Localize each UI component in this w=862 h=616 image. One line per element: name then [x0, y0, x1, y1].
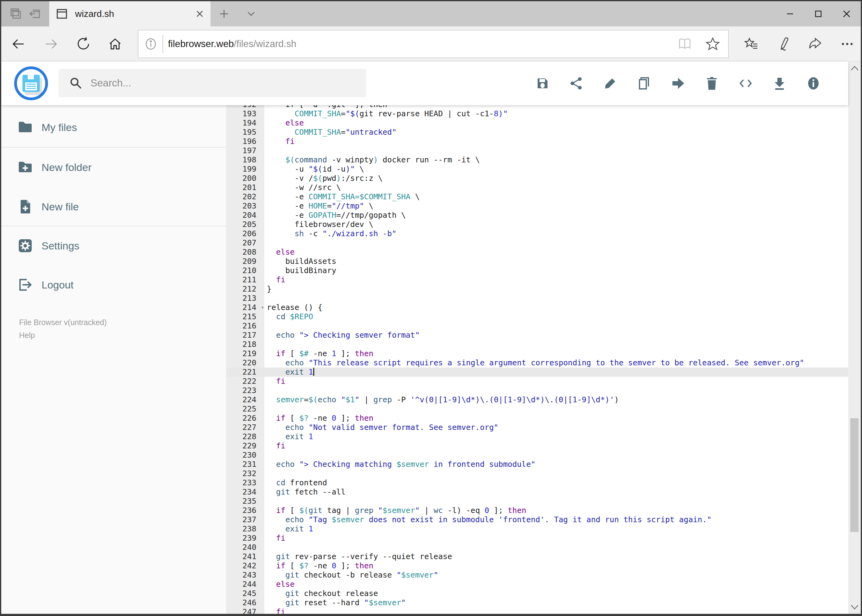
delete-button[interactable]: [705, 76, 719, 90]
code-line-231[interactable]: 231 echo "> Checking matching $semver in…: [226, 460, 848, 469]
code-line-240[interactable]: 240: [226, 543, 848, 552]
code-line-220[interactable]: 220 echo "This release script requires a…: [226, 358, 848, 368]
code-line-218[interactable]: 218: [226, 340, 848, 349]
rename-button[interactable]: [603, 76, 617, 90]
code-line-236[interactable]: 236 if [ $(git tag | grep "$semver" | wc…: [226, 506, 848, 515]
code-line-227[interactable]: 227 echo "Not valid semver format. See s…: [226, 423, 848, 432]
new-tab-button[interactable]: [212, 1, 236, 27]
code-line-213[interactable]: 213: [226, 294, 848, 303]
code-line-201[interactable]: 201 -w //src \: [226, 183, 848, 192]
code-line-230[interactable]: 230: [226, 451, 848, 460]
sidebar-item-new-folder[interactable]: New folder: [1, 152, 226, 182]
help-link[interactable]: Help: [19, 329, 107, 342]
annotate-pen-icon[interactable]: [776, 36, 791, 51]
favorite-star-icon[interactable]: [705, 36, 720, 51]
code-line-244[interactable]: 244 else: [226, 580, 848, 589]
code-line-226[interactable]: 226 if [ $? -ne 0 ]; then: [226, 414, 848, 423]
refresh-button[interactable]: [71, 27, 96, 61]
info-button[interactable]: [806, 76, 821, 90]
browser-tab[interactable]: wizard.sh: [49, 1, 211, 27]
code-line-217[interactable]: 217 echo "> Checking semver format": [226, 331, 848, 340]
code-line-222[interactable]: 222 fi: [226, 377, 848, 386]
scroll-up-icon[interactable]: [848, 61, 861, 75]
download-button[interactable]: [772, 76, 786, 90]
sidebar-item-my-files[interactable]: My files: [1, 113, 226, 142]
code-line-210[interactable]: 210 buildBinary: [226, 266, 848, 275]
code-line-193[interactable]: 193 COMMIT_SHA="$(git rev-parse HEAD | c…: [226, 109, 848, 118]
reading-view-icon[interactable]: [678, 37, 692, 51]
code-line-206[interactable]: 206 sh -c "./wizard.sh -b": [226, 229, 848, 238]
code-line-216[interactable]: 216: [226, 321, 848, 331]
tab-close-icon[interactable]: [196, 10, 204, 18]
search-input[interactable]: [90, 77, 337, 89]
code-line-203[interactable]: 203 -e HOME="//tmp" \: [226, 201, 848, 211]
copy-button[interactable]: [637, 76, 651, 90]
code-line-228[interactable]: 228 exit 1: [226, 432, 848, 441]
code-line-214[interactable]: 214▾release () {: [226, 303, 848, 312]
window-minimize-button[interactable]: [776, 1, 804, 27]
sidebar-item-settings[interactable]: Settings: [1, 231, 226, 261]
code-line-224[interactable]: 224 semver=$(echo "$1" | grep -P '^v(0|[…: [226, 395, 848, 404]
save-button[interactable]: [536, 76, 550, 90]
site-info-icon[interactable]: [144, 37, 158, 51]
sidebar-item-logout[interactable]: Logout: [1, 270, 226, 300]
home-button[interactable]: [103, 27, 128, 61]
search-bar[interactable]: [58, 69, 366, 97]
code-line-232[interactable]: 232: [226, 469, 848, 478]
window-close-button[interactable]: [832, 1, 861, 27]
url-text[interactable]: filebrowser.web/files/wizard.sh: [168, 38, 678, 50]
fold-arrow-icon[interactable]: ▾: [258, 303, 267, 312]
code-line-234[interactable]: 234 git fetch --all: [226, 487, 848, 497]
code-line-219[interactable]: 219 if [ $# -ne 1 ]; then: [226, 349, 848, 358]
code-line-239[interactable]: 239 fi: [226, 534, 848, 543]
forward-button[interactable]: [39, 27, 63, 61]
code-line-198[interactable]: 198 $(command -v winpty) docker run --rm…: [226, 155, 848, 165]
window-maximize-button[interactable]: [804, 1, 832, 27]
move-button[interactable]: [671, 76, 685, 90]
code-line-235[interactable]: 235: [226, 497, 848, 506]
address-bar[interactable]: filebrowser.web/files/wizard.sh: [138, 30, 729, 58]
code-line-225[interactable]: 225: [226, 404, 848, 414]
code-line-212[interactable]: 212}: [226, 284, 848, 294]
tab-preview-icon[interactable]: [9, 7, 22, 20]
back-button[interactable]: [6, 27, 31, 61]
code-line-205[interactable]: 205 filebrowser/dev \: [226, 220, 848, 229]
share-page-icon[interactable]: [808, 36, 823, 51]
code-line-192[interactable]: 192 if [ -d ".git" ]; then: [226, 105, 848, 109]
code-line-229[interactable]: 229 fi: [226, 441, 848, 451]
page-scrollbar[interactable]: [848, 61, 861, 614]
set-tabs-aside-icon[interactable]: [28, 7, 42, 20]
code-line-245[interactable]: 245 git checkout release: [226, 589, 848, 598]
code-line-199[interactable]: 199 -u "$(id -u)" \: [226, 165, 848, 174]
code-line-196[interactable]: 196 fi: [226, 137, 848, 146]
code-line-215[interactable]: 215 cd $REPO: [226, 312, 848, 321]
scroll-down-icon[interactable]: [848, 600, 861, 614]
code-line-223[interactable]: 223: [226, 386, 848, 395]
code-line-200[interactable]: 200 -v /$(pwd):/src:z \: [226, 174, 848, 183]
share-button[interactable]: [569, 76, 583, 90]
code-line-202[interactable]: 202 -e COMMIT_SHA=$COMMIT_SHA \: [226, 192, 848, 201]
scrollbar-thumb[interactable]: [850, 418, 859, 532]
code-line-208[interactable]: 208 else: [226, 248, 848, 257]
code-line-233[interactable]: 233 cd frontend: [226, 478, 848, 487]
code-line-246[interactable]: 246 git reset --hard "$semver": [226, 598, 848, 607]
code-line-204[interactable]: 204 -e GOPATH=//tmp/gopath \: [226, 211, 848, 220]
filebrowser-logo[interactable]: [14, 66, 48, 100]
code-line-207[interactable]: 207: [226, 238, 848, 248]
code-line-241[interactable]: 241 git rev-parse --verify --quiet relea…: [226, 552, 848, 561]
code-line-194[interactable]: 194 else: [226, 118, 848, 127]
more-menu-icon[interactable]: [840, 36, 855, 51]
sidebar-item-new-file[interactable]: New file: [1, 192, 226, 222]
code-line-247[interactable]: 247 fi: [226, 607, 848, 614]
code-line-197[interactable]: 197: [226, 146, 848, 155]
code-line-221[interactable]: 221 exit 1: [226, 368, 848, 377]
code-line-237[interactable]: 237 echo "Tag $semver does not exist in …: [226, 515, 848, 524]
source-code-button[interactable]: [739, 76, 753, 90]
code-line-195[interactable]: 195 COMMIT_SHA="untracked": [226, 127, 848, 137]
code-line-238[interactable]: 238 exit 1: [226, 524, 848, 534]
code-line-211[interactable]: 211 fi: [226, 275, 848, 284]
tab-list-chevron-icon[interactable]: [239, 1, 263, 27]
code-line-243[interactable]: 243 git checkout -b release "$semver": [226, 570, 848, 580]
code-line-209[interactable]: 209 buildAssets: [226, 257, 848, 266]
code-editor[interactable]: 192 if [ -d ".git" ]; then193 COMMIT_SHA…: [226, 105, 848, 614]
